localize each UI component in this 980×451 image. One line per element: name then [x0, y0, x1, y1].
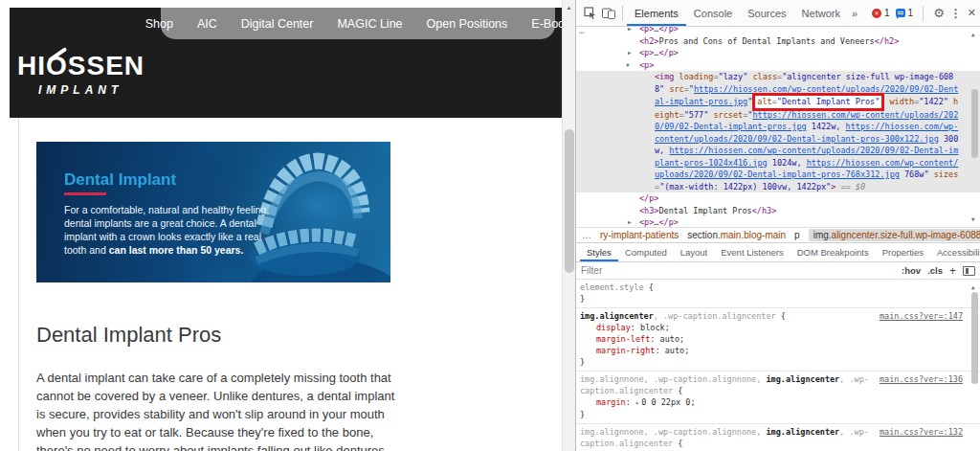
style-rule-aligncenter[interactable]: main.css?ver=:147img.aligncenter, .wp-ca…: [576, 308, 980, 372]
toggle-class-button[interactable]: .cls: [927, 265, 943, 276]
toolbar-divider: [923, 6, 924, 21]
dom-node-p[interactable]: ▶<p>…</p>: [576, 47, 980, 59]
dom-node-h2[interactable]: <h2>Pros and Cons of Dental Implants and…: [576, 35, 980, 48]
toolbar-divider: [622, 6, 623, 21]
tab-computed[interactable]: Computed: [618, 243, 674, 261]
devtools-panel: Elements Console Sources Network » ✕1 1 …: [575, 0, 980, 451]
styles-pane: element.style { } main.css?ver=:147img.a…: [576, 280, 980, 450]
breadcrumb-item-selected[interactable]: img.aligncenter.size-full.wp-image-6088: [809, 229, 980, 241]
page-scrollbar[interactable]: ▲: [562, 0, 575, 451]
style-rule-margin[interactable]: main.css?ver=:136img.alignnone, .wp-capt…: [576, 372, 980, 424]
inspect-element-icon[interactable]: [580, 4, 599, 23]
nav-item-magic-line[interactable]: MAGIC Line: [337, 17, 402, 31]
toggle-hover-state-button[interactable]: :hov: [902, 265, 921, 276]
stylesheet-link[interactable]: main.css?ver=:132: [880, 426, 963, 438]
browser-page: Shop AIC Digital Center MAGIC Line Open …: [0, 0, 562, 451]
tab-elements[interactable]: Elements: [627, 0, 686, 26]
top-navigation: Shop AIC Digital Center MAGIC Line Open …: [161, 8, 555, 39]
sidebar-layout-toggle-icon[interactable]: [963, 266, 975, 276]
dental-implant-banner-image: Dental Implant For a comfortable, natura…: [36, 142, 390, 282]
elements-scrollbar[interactable]: ▲ ▼: [969, 27, 980, 227]
error-count: 1: [884, 8, 890, 18]
dom-node-img-selected[interactable]: ⋯<imgloading"lazy"class"aligncenter size…: [576, 71, 980, 192]
close-devtools-icon[interactable]: ✕: [968, 7, 976, 19]
styles-filter-bar: :hov .cls +: [576, 262, 980, 280]
alt-attribute-highlight-box: alt"Dental Implant Pros": [752, 93, 884, 111]
tab-properties[interactable]: Properties: [876, 243, 930, 261]
nav-item-open-positions[interactable]: Open Positions: [427, 17, 508, 31]
tab-sources[interactable]: Sources: [740, 0, 793, 26]
device-toolbar-icon[interactable]: [599, 4, 618, 23]
issues-icon: [896, 9, 905, 17]
page-scrollbar-thumb[interactable]: [565, 129, 574, 273]
expand-arrow-icon[interactable]: ▶: [628, 216, 632, 227]
dom-node-p[interactable]: ▶<p>…</p>: [576, 216, 980, 227]
style-rule-element-style[interactable]: element.style { }: [576, 280, 980, 308]
scroll-up-icon[interactable]: ▲: [971, 29, 975, 41]
devtools-tabs: Elements Console Sources Network »: [627, 0, 861, 26]
elements-tree: ▶<p>…</p> <h2>Pros and Cons of Dental Im…: [576, 27, 980, 227]
devtools-toolbar-right: ✕1 1 ⚙ ⋮ ✕: [872, 6, 976, 21]
banner-title: Dental Implant: [64, 170, 176, 190]
new-style-rule-button[interactable]: +: [949, 266, 956, 276]
page-left-border: [18, 118, 19, 451]
more-tabs-icon[interactable]: »: [848, 8, 861, 19]
screen: Shop AIC Digital Center MAGIC Line Open …: [0, 0, 980, 451]
expand-arrow-icon[interactable]: ▶: [628, 27, 632, 35]
banner-body: For a comfortable, natural and healthy f…: [64, 203, 270, 257]
breadcrumb-item[interactable]: p: [794, 230, 800, 240]
site-header: Shop AIC Digital Center MAGIC Line Open …: [10, 8, 562, 118]
menu-kebab-icon[interactable]: ⋮: [950, 7, 962, 20]
breadcrumb-item[interactable]: ry-implant-patients: [600, 230, 679, 240]
issue-count: 1: [908, 8, 914, 18]
styles-sidebar-tabs: Styles Computed Layout Event Listeners D…: [576, 243, 980, 262]
expand-value-arrow-icon[interactable]: ▸: [635, 399, 639, 407]
tab-accessibility[interactable]: Accessibility: [930, 243, 980, 261]
nav-item-digital-center[interactable]: Digital Center: [241, 17, 314, 31]
breadcrumb: … ry-implant-patients section.main.blog-…: [576, 227, 980, 243]
styles-filter-input[interactable]: [581, 265, 895, 276]
collapse-arrow-icon[interactable]: ▼: [626, 59, 630, 72]
scroll-down-icon[interactable]: ▼: [971, 214, 975, 226]
devtools-toolbar: Elements Console Sources Network » ✕1 1 …: [576, 0, 980, 27]
dom-node-p[interactable]: ▶<p>…</p>: [576, 27, 980, 35]
issues-badge[interactable]: 1: [896, 8, 914, 18]
breadcrumb-overflow-icon[interactable]: …: [582, 230, 591, 240]
logo-title: HIOSSEN: [17, 51, 161, 81]
nav-item-ebook[interactable]: E-Book: [531, 17, 562, 31]
hiossen-logo[interactable]: HIOSSEN IMPLANT: [17, 51, 161, 97]
settings-gear-icon[interactable]: ⚙: [933, 6, 945, 20]
tab-event-listeners[interactable]: Event Listeners: [714, 243, 790, 261]
tab-styles[interactable]: Styles: [580, 243, 618, 261]
styles-scrollbar-thumb[interactable]: [971, 292, 978, 384]
tab-console[interactable]: Console: [686, 0, 740, 26]
dom-node-h3[interactable]: <h3>Dental Implant Pros</h3>: [576, 205, 980, 217]
logo-subtitle: IMPLANT: [38, 83, 161, 97]
article-heading: Dental Implant Pros: [36, 323, 221, 348]
article-paragraph: A dental implant can take care of a comp…: [36, 369, 402, 451]
styles-scrollbar[interactable]: ▲: [969, 280, 980, 450]
more-actions-icon[interactable]: ⋯: [579, 27, 585, 39]
scroll-up-icon[interactable]: ▲: [563, 0, 575, 11]
tab-dom-breakpoints[interactable]: DOM Breakpoints: [791, 243, 876, 261]
tab-layout[interactable]: Layout: [674, 243, 715, 261]
dom-node-p-expanded[interactable]: ▼<p>: [576, 59, 980, 72]
dom-node-p-close[interactable]: </p>: [576, 192, 980, 205]
style-rule-height[interactable]: main.css?ver=:132img.alignnone, .wp-capt…: [576, 424, 980, 450]
banner-body-bold: can last more than 50 years.: [109, 244, 244, 256]
stylesheet-link[interactable]: main.css?ver=:147: [880, 310, 963, 322]
error-icon: ✕: [872, 9, 881, 18]
tab-network[interactable]: Network: [794, 0, 848, 26]
selected-node-marker: == $0: [835, 182, 865, 192]
nav-item-shop[interactable]: Shop: [145, 17, 173, 31]
breadcrumb-item[interactable]: section.main.blog-main: [687, 230, 786, 240]
error-badge[interactable]: ✕1: [872, 8, 890, 18]
expand-arrow-icon[interactable]: ▶: [628, 47, 632, 59]
stylesheet-link[interactable]: main.css?ver=:136: [880, 373, 963, 385]
elements-scrollbar-thumb[interactable]: [971, 89, 978, 158]
nav-item-aic[interactable]: AIC: [197, 17, 217, 31]
banner-red-underline: [64, 192, 106, 195]
